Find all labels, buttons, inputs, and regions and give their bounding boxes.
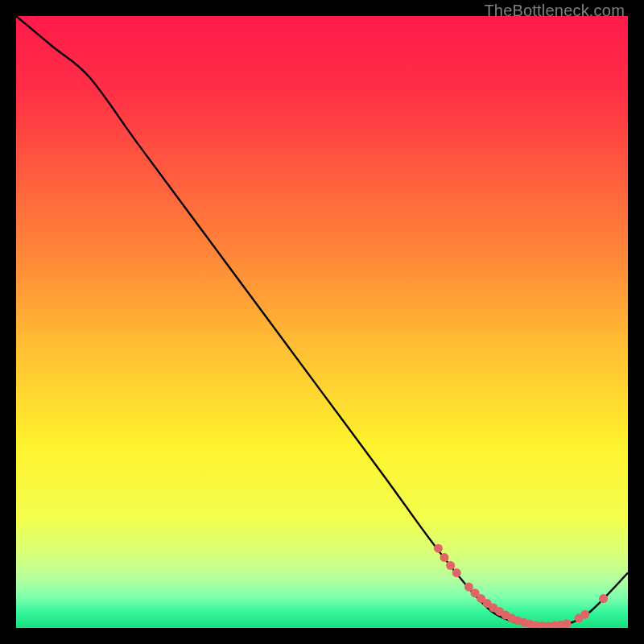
marker-dot bbox=[599, 594, 608, 603]
marker-dot bbox=[580, 610, 589, 619]
marker-dot bbox=[563, 619, 572, 628]
marker-dot bbox=[434, 544, 443, 553]
marker-dot bbox=[446, 561, 455, 570]
marker-dot bbox=[440, 553, 449, 562]
gradient-background bbox=[16, 16, 628, 628]
chart-svg bbox=[16, 16, 628, 628]
watermark-text: TheBottleneck.com bbox=[484, 2, 625, 20]
marker-dot bbox=[452, 568, 461, 577]
